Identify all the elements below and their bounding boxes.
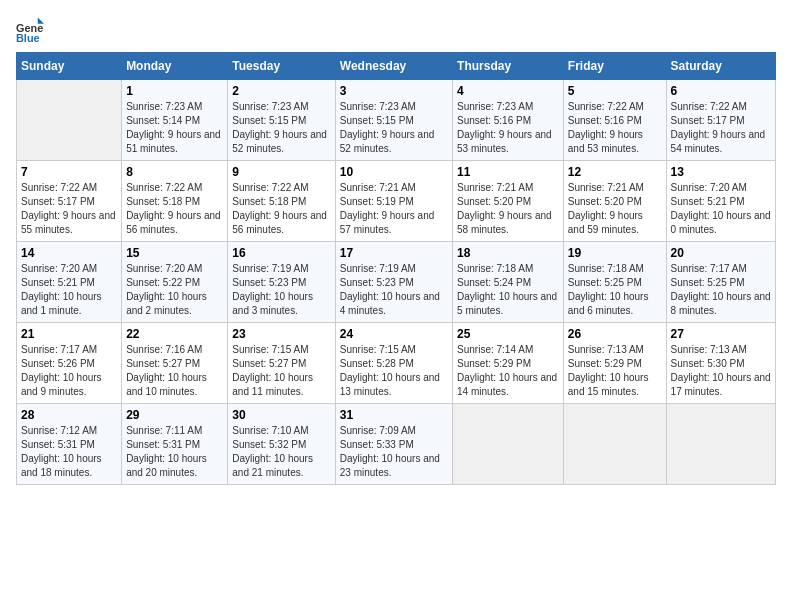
header-wednesday: Wednesday <box>335 53 452 80</box>
header-monday: Monday <box>122 53 228 80</box>
calendar-cell: 26Sunrise: 7:13 AMSunset: 5:29 PMDayligh… <box>563 323 666 404</box>
day-number: 26 <box>568 327 662 341</box>
calendar-cell: 17Sunrise: 7:19 AMSunset: 5:23 PMDayligh… <box>335 242 452 323</box>
day-detail: Sunrise: 7:20 AMSunset: 5:21 PMDaylight:… <box>21 262 117 318</box>
page-header: General Blue <box>16 16 776 44</box>
day-detail: Sunrise: 7:23 AMSunset: 5:15 PMDaylight:… <box>232 100 330 156</box>
day-number: 15 <box>126 246 223 260</box>
header-friday: Friday <box>563 53 666 80</box>
day-detail: Sunrise: 7:09 AMSunset: 5:33 PMDaylight:… <box>340 424 448 480</box>
day-number: 19 <box>568 246 662 260</box>
day-detail: Sunrise: 7:21 AMSunset: 5:20 PMDaylight:… <box>568 181 662 237</box>
day-number: 1 <box>126 84 223 98</box>
day-detail: Sunrise: 7:21 AMSunset: 5:20 PMDaylight:… <box>457 181 559 237</box>
day-detail: Sunrise: 7:22 AMSunset: 5:17 PMDaylight:… <box>21 181 117 237</box>
day-number: 28 <box>21 408 117 422</box>
day-number: 2 <box>232 84 330 98</box>
day-detail: Sunrise: 7:14 AMSunset: 5:29 PMDaylight:… <box>457 343 559 399</box>
day-detail: Sunrise: 7:16 AMSunset: 5:27 PMDaylight:… <box>126 343 223 399</box>
day-number: 16 <box>232 246 330 260</box>
calendar-cell: 9Sunrise: 7:22 AMSunset: 5:18 PMDaylight… <box>228 161 335 242</box>
calendar-cell: 19Sunrise: 7:18 AMSunset: 5:25 PMDayligh… <box>563 242 666 323</box>
svg-text:Blue: Blue <box>16 32 40 44</box>
day-number: 6 <box>671 84 771 98</box>
calendar-cell: 14Sunrise: 7:20 AMSunset: 5:21 PMDayligh… <box>17 242 122 323</box>
calendar-cell: 12Sunrise: 7:21 AMSunset: 5:20 PMDayligh… <box>563 161 666 242</box>
day-detail: Sunrise: 7:12 AMSunset: 5:31 PMDaylight:… <box>21 424 117 480</box>
day-detail: Sunrise: 7:20 AMSunset: 5:21 PMDaylight:… <box>671 181 771 237</box>
day-detail: Sunrise: 7:23 AMSunset: 5:14 PMDaylight:… <box>126 100 223 156</box>
day-number: 5 <box>568 84 662 98</box>
day-number: 24 <box>340 327 448 341</box>
day-number: 31 <box>340 408 448 422</box>
header-sunday: Sunday <box>17 53 122 80</box>
day-detail: Sunrise: 7:17 AMSunset: 5:25 PMDaylight:… <box>671 262 771 318</box>
calendar-cell: 8Sunrise: 7:22 AMSunset: 5:18 PMDaylight… <box>122 161 228 242</box>
day-number: 13 <box>671 165 771 179</box>
day-detail: Sunrise: 7:13 AMSunset: 5:30 PMDaylight:… <box>671 343 771 399</box>
day-number: 7 <box>21 165 117 179</box>
calendar-cell: 18Sunrise: 7:18 AMSunset: 5:24 PMDayligh… <box>453 242 564 323</box>
week-row-3: 14Sunrise: 7:20 AMSunset: 5:21 PMDayligh… <box>17 242 776 323</box>
day-detail: Sunrise: 7:15 AMSunset: 5:27 PMDaylight:… <box>232 343 330 399</box>
week-row-5: 28Sunrise: 7:12 AMSunset: 5:31 PMDayligh… <box>17 404 776 485</box>
day-number: 29 <box>126 408 223 422</box>
day-detail: Sunrise: 7:18 AMSunset: 5:25 PMDaylight:… <box>568 262 662 318</box>
calendar-cell: 23Sunrise: 7:15 AMSunset: 5:27 PMDayligh… <box>228 323 335 404</box>
day-detail: Sunrise: 7:23 AMSunset: 5:15 PMDaylight:… <box>340 100 448 156</box>
header-thursday: Thursday <box>453 53 564 80</box>
calendar-cell: 20Sunrise: 7:17 AMSunset: 5:25 PMDayligh… <box>666 242 775 323</box>
calendar-cell: 5Sunrise: 7:22 AMSunset: 5:16 PMDaylight… <box>563 80 666 161</box>
day-number: 23 <box>232 327 330 341</box>
day-number: 3 <box>340 84 448 98</box>
day-number: 27 <box>671 327 771 341</box>
svg-marker-2 <box>38 18 44 24</box>
week-row-2: 7Sunrise: 7:22 AMSunset: 5:17 PMDaylight… <box>17 161 776 242</box>
calendar-cell: 13Sunrise: 7:20 AMSunset: 5:21 PMDayligh… <box>666 161 775 242</box>
day-detail: Sunrise: 7:22 AMSunset: 5:16 PMDaylight:… <box>568 100 662 156</box>
calendar-cell: 10Sunrise: 7:21 AMSunset: 5:19 PMDayligh… <box>335 161 452 242</box>
day-detail: Sunrise: 7:15 AMSunset: 5:28 PMDaylight:… <box>340 343 448 399</box>
calendar-cell: 21Sunrise: 7:17 AMSunset: 5:26 PMDayligh… <box>17 323 122 404</box>
day-number: 30 <box>232 408 330 422</box>
day-number: 22 <box>126 327 223 341</box>
week-row-1: 1Sunrise: 7:23 AMSunset: 5:14 PMDaylight… <box>17 80 776 161</box>
day-number: 20 <box>671 246 771 260</box>
week-row-4: 21Sunrise: 7:17 AMSunset: 5:26 PMDayligh… <box>17 323 776 404</box>
day-number: 14 <box>21 246 117 260</box>
header-tuesday: Tuesday <box>228 53 335 80</box>
day-number: 21 <box>21 327 117 341</box>
calendar-cell: 4Sunrise: 7:23 AMSunset: 5:16 PMDaylight… <box>453 80 564 161</box>
calendar-cell: 28Sunrise: 7:12 AMSunset: 5:31 PMDayligh… <box>17 404 122 485</box>
day-detail: Sunrise: 7:10 AMSunset: 5:32 PMDaylight:… <box>232 424 330 480</box>
day-detail: Sunrise: 7:18 AMSunset: 5:24 PMDaylight:… <box>457 262 559 318</box>
calendar-cell: 15Sunrise: 7:20 AMSunset: 5:22 PMDayligh… <box>122 242 228 323</box>
day-detail: Sunrise: 7:13 AMSunset: 5:29 PMDaylight:… <box>568 343 662 399</box>
calendar-cell: 30Sunrise: 7:10 AMSunset: 5:32 PMDayligh… <box>228 404 335 485</box>
calendar-cell: 7Sunrise: 7:22 AMSunset: 5:17 PMDaylight… <box>17 161 122 242</box>
header-saturday: Saturday <box>666 53 775 80</box>
day-number: 18 <box>457 246 559 260</box>
day-number: 8 <box>126 165 223 179</box>
day-number: 12 <box>568 165 662 179</box>
calendar-cell: 25Sunrise: 7:14 AMSunset: 5:29 PMDayligh… <box>453 323 564 404</box>
day-number: 11 <box>457 165 559 179</box>
header-row: SundayMondayTuesdayWednesdayThursdayFrid… <box>17 53 776 80</box>
day-detail: Sunrise: 7:22 AMSunset: 5:18 PMDaylight:… <box>126 181 223 237</box>
calendar-cell: 31Sunrise: 7:09 AMSunset: 5:33 PMDayligh… <box>335 404 452 485</box>
calendar-cell <box>453 404 564 485</box>
day-detail: Sunrise: 7:21 AMSunset: 5:19 PMDaylight:… <box>340 181 448 237</box>
calendar-cell: 29Sunrise: 7:11 AMSunset: 5:31 PMDayligh… <box>122 404 228 485</box>
calendar-table: SundayMondayTuesdayWednesdayThursdayFrid… <box>16 52 776 485</box>
day-number: 25 <box>457 327 559 341</box>
day-number: 9 <box>232 165 330 179</box>
calendar-cell: 3Sunrise: 7:23 AMSunset: 5:15 PMDaylight… <box>335 80 452 161</box>
day-detail: Sunrise: 7:20 AMSunset: 5:22 PMDaylight:… <box>126 262 223 318</box>
day-detail: Sunrise: 7:19 AMSunset: 5:23 PMDaylight:… <box>232 262 330 318</box>
day-number: 4 <box>457 84 559 98</box>
calendar-cell <box>666 404 775 485</box>
day-detail: Sunrise: 7:11 AMSunset: 5:31 PMDaylight:… <box>126 424 223 480</box>
logo: General Blue <box>16 16 48 44</box>
calendar-cell: 16Sunrise: 7:19 AMSunset: 5:23 PMDayligh… <box>228 242 335 323</box>
calendar-cell: 1Sunrise: 7:23 AMSunset: 5:14 PMDaylight… <box>122 80 228 161</box>
